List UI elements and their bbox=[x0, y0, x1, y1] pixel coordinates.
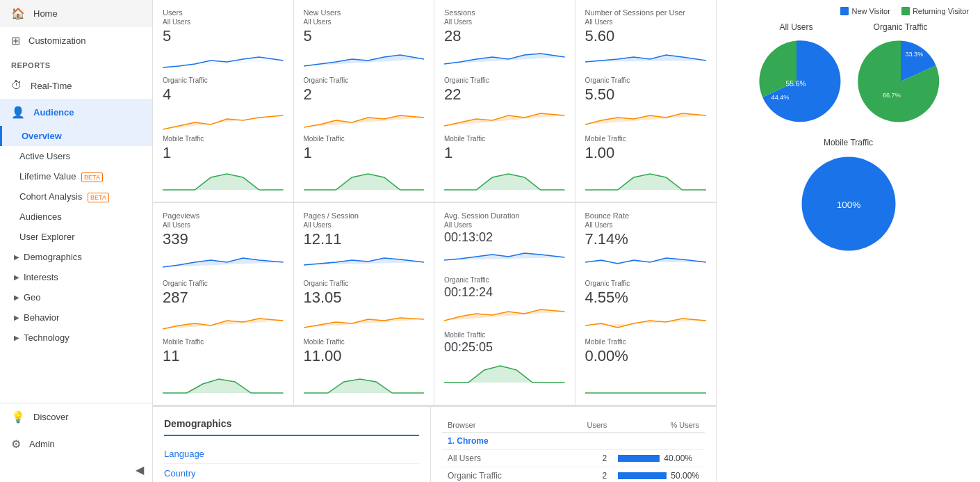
stat-ps-organic-label: Organic Traffic bbox=[304, 280, 425, 287]
sidebar-item-audiences[interactable]: Audiences bbox=[0, 207, 152, 227]
stat-pv-mobile-value: 11 bbox=[163, 347, 284, 365]
mobile-pie-container: Mobile Traffic 100% bbox=[728, 138, 969, 256]
chart-pv-organic bbox=[163, 308, 284, 336]
sidebar-demographics-label: Demographics bbox=[24, 252, 82, 262]
chart-new-users-mobile bbox=[304, 163, 425, 191]
reports-section-label: REPORTS bbox=[0, 54, 152, 72]
svg-text:66.7%: 66.7% bbox=[883, 92, 901, 99]
sidebar-collapse-technology[interactable]: ▶ Technology bbox=[0, 328, 152, 348]
stat-users-organic-value: 4 bbox=[163, 86, 284, 104]
table-row: All Users 2 40.00% bbox=[442, 450, 705, 467]
stat-pages-session: Pages / Session All Users 12.11 Organic … bbox=[294, 203, 435, 405]
discover-icon: 💡 bbox=[11, 410, 25, 424]
stat-br-allusers-value: 7.14% bbox=[585, 230, 707, 248]
sidebar-collapse-interests[interactable]: ▶ Interests bbox=[0, 267, 152, 287]
chart-ps-organic bbox=[304, 308, 425, 336]
stat-users-title: Users bbox=[163, 8, 284, 17]
chrome-allusers-users: 2 bbox=[582, 450, 613, 467]
right-panel: New Visitor Returning Visitor All Users … bbox=[716, 0, 980, 482]
sidebar-nav-audience[interactable]: 👤 Audience bbox=[0, 99, 152, 126]
sidebar-customization-label: Customization bbox=[28, 35, 85, 46]
stat-ps-title: Pages / Session bbox=[304, 211, 425, 220]
chart-br-mobile bbox=[585, 367, 707, 394]
home-icon: 🏠 bbox=[11, 7, 25, 20]
all-users-pie-label: All Users bbox=[751, 22, 842, 32]
sidebar-nav-discover[interactable]: 💡 Discover bbox=[0, 403, 152, 431]
sidebar-item-overview[interactable]: Overview bbox=[0, 126, 152, 146]
stat-ps-allusers-value: 12.11 bbox=[304, 230, 425, 248]
chart-pv-mobile bbox=[163, 367, 284, 394]
sidebar-audience-label: Audience bbox=[33, 107, 74, 118]
sidebar-nav-admin[interactable]: ⚙ Admin bbox=[0, 431, 152, 458]
stat-sessions-organic-value: 22 bbox=[444, 86, 565, 104]
sidebar-collapse-behavior[interactable]: ▶ Behavior bbox=[0, 307, 152, 328]
chrome-organic-bar bbox=[618, 472, 667, 479]
stat-users: Users All Users 5 Organic Traffic 4 Mobi… bbox=[153, 0, 294, 202]
chrome-users bbox=[582, 433, 613, 450]
stat-ps-mobile-value: 11.00 bbox=[304, 347, 425, 365]
chart-sessions-organic bbox=[444, 105, 565, 133]
sidebar-item-user-explorer[interactable]: User Explorer bbox=[0, 227, 152, 247]
stat-sessions-mobile-value: 1 bbox=[444, 144, 565, 162]
stat-users-allusers-label: All Users bbox=[163, 18, 284, 26]
sidebar-overview-label: Overview bbox=[22, 131, 62, 141]
stat-new-users-organic-label: Organic Traffic bbox=[304, 77, 425, 84]
stat-pv-mobile-label: Mobile Traffic bbox=[163, 338, 284, 346]
sidebar-lifetime-label: Lifetime Value bbox=[19, 171, 76, 182]
sidebar-item-lifetime-value[interactable]: Lifetime Value BETA bbox=[0, 166, 152, 186]
browser-chrome-name[interactable]: 1. Chrome bbox=[442, 433, 582, 450]
users-col-header: Users bbox=[582, 418, 613, 433]
browser-table: Browser Users % Users 1. Chrome All User… bbox=[442, 418, 705, 482]
sidebar-item-active-users[interactable]: Active Users bbox=[0, 146, 152, 166]
stat-spu-organic-value: 5.50 bbox=[585, 86, 707, 104]
svg-text:33.3%: 33.3% bbox=[905, 51, 923, 58]
demographics-title: Demographics bbox=[164, 418, 419, 436]
stat-users-mobile-value: 1 bbox=[163, 144, 284, 162]
pie-row-1: All Users 55.6% 44.4% Organic Traffic bbox=[728, 22, 969, 127]
stat-sessions-title: Sessions bbox=[444, 8, 565, 17]
chart-br-allusers bbox=[585, 250, 707, 278]
sidebar-nav-customization[interactable]: ⊞ Customization bbox=[0, 27, 152, 54]
sidebar-collapse-toggle[interactable]: ◀ bbox=[0, 458, 152, 482]
stat-spu-mobile-value: 1.00 bbox=[585, 144, 707, 162]
chrome-allusers-pct-text: 40.00% bbox=[664, 453, 692, 463]
sidebar-behavior-label: Behavior bbox=[24, 312, 59, 323]
demographics-panel: Demographics Language Country City Syste… bbox=[153, 407, 431, 482]
organic-pie-chart: 33.3% 66.7% bbox=[856, 36, 946, 127]
demographics-country-link[interactable]: Country bbox=[164, 464, 419, 482]
stat-pv-organic-value: 287 bbox=[163, 289, 284, 307]
stats-row-2: Pageviews All Users 339 Organic Traffic … bbox=[153, 203, 716, 406]
bottom-section: Demographics Language Country City Syste… bbox=[153, 406, 716, 482]
sidebar-active-users-label: Active Users bbox=[19, 151, 70, 161]
chart-new-users-allusers bbox=[304, 47, 425, 74]
stat-sessions-allusers-label: All Users bbox=[444, 18, 565, 26]
chart-pv-allusers bbox=[163, 250, 284, 278]
stat-ps-allusers-label: All Users bbox=[304, 221, 425, 229]
stat-br-organic-value: 4.55% bbox=[585, 289, 707, 307]
audience-icon: 👤 bbox=[11, 106, 25, 119]
stat-asd-organic-value: 00:12:24 bbox=[444, 285, 565, 300]
sidebar-nav-realtime[interactable]: ⏱ Real-Time bbox=[0, 72, 152, 99]
chevron-down-icon-technology: ▶ bbox=[14, 334, 19, 342]
new-visitor-label: New Visitor bbox=[851, 7, 890, 15]
stat-new-users-mobile-value: 1 bbox=[304, 144, 425, 162]
chrome-allusers-label: All Users bbox=[442, 450, 582, 467]
stat-pv-allusers-label: All Users bbox=[163, 221, 284, 229]
sidebar-item-cohort-analysis[interactable]: Cohort Analysis BETA bbox=[0, 186, 152, 207]
sidebar-collapse-demographics[interactable]: ▶ Demographics bbox=[0, 247, 152, 267]
demographics-language-link[interactable]: Language bbox=[164, 444, 419, 464]
chart-asd-allusers bbox=[444, 246, 565, 274]
chart-ps-mobile bbox=[304, 367, 425, 394]
realtime-icon: ⏱ bbox=[11, 79, 22, 92]
chevron-down-icon-geo: ▶ bbox=[14, 294, 19, 301]
sidebar-collapse-geo[interactable]: ▶ Geo bbox=[0, 287, 152, 307]
svg-text:100%: 100% bbox=[836, 200, 860, 210]
chart-br-organic bbox=[585, 308, 707, 336]
stat-new-users: New Users All Users 5 Organic Traffic 2 … bbox=[294, 0, 435, 202]
chart-ps-allusers bbox=[304, 250, 425, 278]
sidebar-admin-label: Admin bbox=[29, 439, 55, 449]
browser-panel: Browser Users % Users 1. Chrome All User… bbox=[431, 407, 716, 482]
sidebar-nav-home[interactable]: 🏠 Home bbox=[0, 0, 152, 27]
stat-avg-duration: Avg. Session Duration All Users 00:13:02… bbox=[434, 203, 575, 405]
chart-spu-allusers bbox=[585, 47, 707, 74]
